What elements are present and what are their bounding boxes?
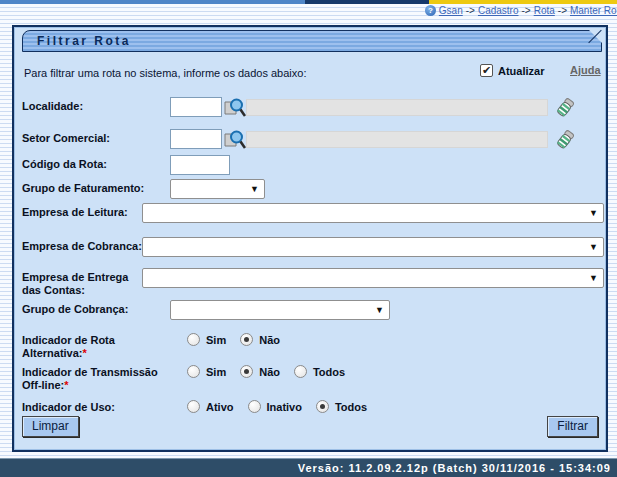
localidade-input[interactable] — [170, 97, 222, 117]
required-asterisk: * — [64, 379, 68, 391]
setor-comercial-label: Setor Comercial: — [22, 129, 170, 145]
empresa-cobranca-label: Empresa de Cobranca: — [22, 237, 142, 253]
filtrar-rota-panel: Filtrar Rota Para filtrar uma rota no si… — [12, 25, 608, 452]
field-row-empresa-cobranca: Empresa de Cobranca: ▼ — [22, 237, 604, 257]
breadcrumb-gsan[interactable]: Gsan — [439, 5, 463, 16]
field-row-grupo-cobranca: Grupo de Cobrança: ▼ — [22, 300, 604, 320]
limpar-button[interactable]: Limpar — [22, 416, 79, 437]
ajuda-link[interactable]: Ajuda — [570, 64, 601, 76]
indicador-transmissao-label: Indicador de Transmissão Off-line: — [22, 366, 158, 391]
banner-edge-strip — [0, 0, 617, 4]
codigo-rota-input[interactable] — [170, 155, 230, 175]
grupo-cobranca-select[interactable]: ▼ — [170, 300, 390, 320]
rota-alternativa-sim-label: Sim — [206, 334, 226, 346]
atualizar-group: ✔ Atualizar — [480, 64, 544, 77]
setor-comercial-input[interactable] — [170, 129, 222, 149]
help-ball-icon[interactable]: ? — [425, 5, 436, 16]
field-row-setor-comercial: Setor Comercial: — [22, 129, 604, 150]
setor-comercial-search-icon[interactable] — [222, 129, 246, 150]
uso-inativo-label: Inativo — [267, 401, 302, 413]
field-row-indicador-uso: Indicador de Uso: Ativo Inativo Todos — [22, 398, 604, 414]
breadcrumb-separator: -> — [466, 5, 475, 16]
indicador-uso-label: Indicador de Uso: — [22, 398, 167, 414]
grupo-cobranca-label: Grupo de Cobrança: — [22, 300, 170, 316]
field-row-indicador-transmissao: Indicador de Transmissão Off-line:* Sim … — [22, 363, 604, 392]
chevron-down-icon: ▼ — [589, 273, 598, 283]
field-row-indicador-rota-alternativa: Indicador de Rota Alternativa:* Sim Não — [22, 331, 604, 360]
grupo-faturamento-label: Grupo de Faturamento: — [22, 179, 170, 195]
field-row-grupo-faturamento: Grupo de Faturamento: ▼ — [22, 179, 604, 199]
uso-todos-label: Todos — [335, 401, 367, 413]
uso-inativo-radio[interactable] — [248, 400, 261, 413]
transmissao-sim-label: Sim — [206, 366, 226, 378]
empresa-cobranca-select[interactable]: ▼ — [142, 237, 604, 257]
indicador-rota-alternativa-label: Indicador de Rota Alternativa: — [22, 334, 115, 359]
chevron-down-icon: ▼ — [250, 184, 259, 194]
transmissao-todos-radio[interactable] — [294, 365, 307, 378]
page-title-text: Filtrar Rota — [37, 34, 131, 48]
setor-comercial-eraser-icon[interactable] — [553, 129, 577, 150]
breadcrumb-rota[interactable]: Rota — [534, 5, 555, 16]
localidade-label: Localidade: — [22, 97, 170, 113]
empresa-leitura-select[interactable]: ▼ — [142, 203, 604, 223]
rota-alternativa-nao-label: Não — [259, 334, 280, 346]
empresa-leitura-label: Empresa de Leitura: — [22, 203, 142, 219]
transmissao-todos-label: Todos — [313, 366, 345, 378]
localidade-eraser-icon[interactable] — [553, 97, 577, 118]
atualizar-checkbox[interactable]: ✔ — [480, 64, 493, 77]
field-row-codigo-rota: Código da Rota: — [22, 155, 604, 175]
version-text: Versão: 11.2.09.2.12p (Batch) 30/11/2016… — [298, 462, 611, 474]
grupo-faturamento-select[interactable]: ▼ — [170, 179, 265, 199]
required-asterisk: * — [83, 347, 87, 359]
breadcrumb-separator: -> — [558, 5, 567, 16]
transmissao-sim-radio[interactable] — [187, 365, 200, 378]
codigo-rota-label: Código da Rota: — [22, 155, 170, 171]
field-row-empresa-leitura: Empresa de Leitura: ▼ — [22, 203, 604, 223]
breadcrumb: ? Gsan -> Cadastro -> Rota -> Manter Rot… — [425, 5, 617, 16]
rota-alternativa-sim-radio[interactable] — [187, 333, 200, 346]
transmissao-nao-radio[interactable] — [240, 365, 253, 378]
filtrar-button[interactable]: Filtrar — [547, 416, 598, 437]
chevron-down-icon: ▼ — [589, 208, 598, 218]
uso-ativo-label: Ativo — [206, 401, 234, 413]
page-title: Filtrar Rota — [22, 30, 602, 52]
intro-text: Para filtrar uma rota no sistema, inform… — [24, 67, 306, 79]
empresa-entrega-select[interactable]: ▼ — [142, 268, 604, 288]
setor-comercial-description-field — [246, 131, 548, 148]
field-row-empresa-entrega: Empresa de Entrega das Contas: ▼ — [22, 268, 604, 297]
uso-ativo-radio[interactable] — [187, 400, 200, 413]
breadcrumb-cadastro[interactable]: Cadastro — [478, 5, 519, 16]
chevron-down-icon: ▼ — [375, 305, 384, 315]
atualizar-label: Atualizar — [498, 65, 544, 77]
rota-alternativa-nao-radio[interactable] — [240, 333, 253, 346]
empresa-entrega-label: Empresa de Entrega das Contas: — [22, 268, 142, 297]
transmissao-nao-label: Não — [259, 366, 280, 378]
chevron-down-icon: ▼ — [589, 242, 598, 252]
localidade-search-icon[interactable] — [222, 97, 246, 118]
version-bar: Versão: 11.2.09.2.12p (Batch) 30/11/2016… — [0, 458, 617, 477]
localidade-description-field — [246, 99, 548, 116]
field-row-localidade: Localidade: — [22, 97, 604, 118]
breadcrumb-manter-rota[interactable]: Manter Rota — [570, 5, 617, 16]
breadcrumb-separator: -> — [522, 5, 531, 16]
uso-todos-radio[interactable] — [316, 400, 329, 413]
